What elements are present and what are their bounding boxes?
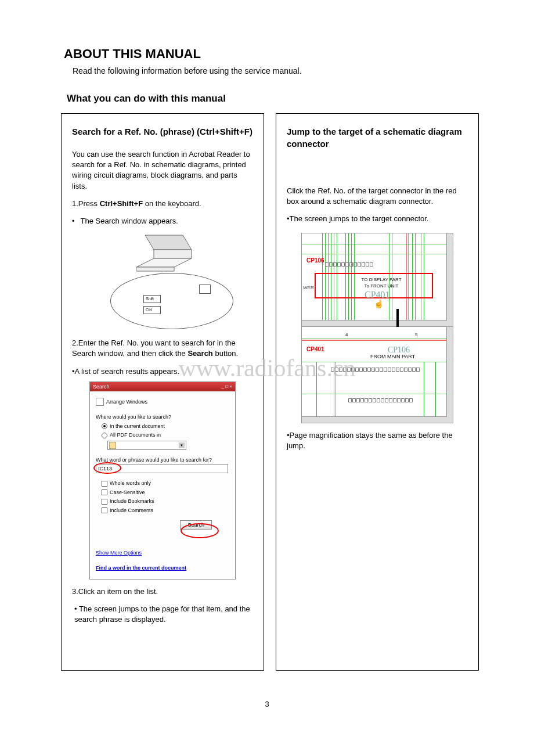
find-word-link: Find a word in the current document	[96, 564, 229, 572]
folder-select: ▼	[107, 441, 186, 450]
window-controls-icon: _ □ ×	[222, 383, 232, 390]
arrange-windows-row: Arrange Windows	[96, 398, 229, 406]
step1-bullet: The Search window appears.	[80, 216, 253, 226]
svg-marker-0	[145, 235, 192, 250]
f-key	[199, 285, 211, 294]
step2-suffix: button.	[213, 349, 238, 358]
main-title: ABOUT THIS MANUAL	[64, 46, 505, 62]
chk-case: Case-Sensitive	[110, 489, 145, 496]
search-what-label: What word or phrase would you like to se…	[96, 456, 229, 464]
label-cp401-bottom: CP401	[306, 345, 324, 354]
search-dialog: Search _ □ × Arrange Windows Where would…	[89, 381, 236, 579]
checkbox-icon	[102, 499, 107, 505]
left-col-title: Search for a Ref. No. (phrase) (Ctrl+Shi…	[72, 125, 253, 138]
dialog-title-text: Search	[93, 383, 110, 391]
right-col-title: Jump to the target of a schematic diagra…	[287, 125, 468, 150]
right-footer: •Page magnification stays the same as be…	[287, 430, 468, 451]
step2-bullet: •A list of search results appears.	[72, 366, 253, 377]
ctrl-key: Ctrl	[143, 306, 161, 314]
label-wer: WER	[303, 285, 314, 291]
chk-whole-words: Whole words only	[110, 480, 151, 487]
chevron-down-icon: ▼	[179, 442, 185, 448]
scrollbar-v	[446, 233, 453, 321]
right-p1: Click the Ref. No. of the target connect…	[287, 186, 468, 207]
arrange-windows-icon	[96, 398, 104, 406]
left-step3: 3.Click an item on the list.	[72, 586, 253, 597]
search-input: IC113	[96, 464, 228, 474]
radio-off-icon	[102, 433, 107, 438]
left-step1: 1.Press Ctrl+Shift+F on the keyboard.	[72, 199, 253, 209]
svg-marker-1	[154, 250, 192, 258]
right-p1-bullet: •The screen jumps to the target connecto…	[287, 214, 468, 224]
search-where-label: Where would you like to search?	[96, 413, 229, 421]
show-more-link: Show More Options	[96, 549, 229, 557]
schematic-top: CP106 WER TO DISPLAY PART To FRONT UNIT …	[302, 233, 453, 327]
chk-bookmarks: Include Bookmarks	[110, 498, 154, 505]
step1-bold: Ctrl+Shift+F	[100, 199, 143, 208]
scrollbar-v	[446, 327, 453, 417]
hand-cursor-icon: ☝	[374, 298, 384, 310]
shift-key: Shift	[143, 295, 161, 303]
checkbox-icon	[102, 481, 107, 487]
search-button: Search	[180, 520, 212, 530]
svg-marker-2	[136, 258, 192, 267]
laptop-icon	[136, 232, 200, 276]
chk-comments: Include Comments	[110, 507, 153, 514]
schematic-illustration: CP106 WER TO DISPLAY PART To FRONT UNIT …	[301, 233, 453, 423]
step2-bold: Search	[187, 349, 212, 358]
label-from-main: FROM MAIN PART	[370, 353, 415, 361]
radio-all-docs: All PDF Documents in	[102, 431, 229, 439]
step1-suffix: on the keyboard.	[143, 199, 201, 208]
right-column: Jump to the target of a schematic diagra…	[276, 113, 479, 671]
speech-bubble	[110, 273, 233, 329]
axis-4: 4	[345, 332, 348, 338]
radio-current-label: In the current document	[110, 423, 165, 430]
dialog-titlebar: Search _ □ ×	[90, 382, 235, 392]
step1-prefix: 1.Press	[72, 199, 100, 208]
svg-marker-3	[136, 267, 174, 271]
arrange-windows-label: Arrange Windows	[106, 398, 147, 406]
intro-text: Read the following information before us…	[73, 66, 505, 75]
radio-current-doc: In the current document	[102, 423, 229, 430]
radio-all-label: All PDF Documents in	[110, 431, 161, 439]
scrollbar-h	[302, 320, 453, 326]
checkbox-icon	[102, 507, 107, 513]
page-number: 3	[29, 700, 505, 708]
schematic-bottom: 4 5 CP401 CP106 FROM MAIN PART	[302, 327, 453, 423]
label-cp106: CP106	[306, 257, 324, 265]
left-p1: You can use the search function in Acrob…	[72, 149, 253, 192]
checkbox-icon	[102, 489, 107, 495]
left-step2: 2.Enter the Ref. No. you want to search …	[72, 338, 253, 359]
left-column: Search for a Ref. No. (phrase) (Ctrl+Shi…	[61, 113, 264, 671]
step3-bullet: • The screen jumps to the page for that …	[74, 604, 253, 625]
scrollbar-h	[302, 416, 453, 423]
folder-icon	[109, 442, 116, 449]
laptop-illustration: Shift Ctrl	[87, 232, 238, 331]
radio-on-icon	[102, 423, 107, 429]
axis-5: 5	[415, 332, 417, 338]
label-display-part: TO DISPLAY PART To FRONT UNIT	[355, 276, 407, 289]
section-heading: What you can do with this manual	[67, 93, 505, 105]
